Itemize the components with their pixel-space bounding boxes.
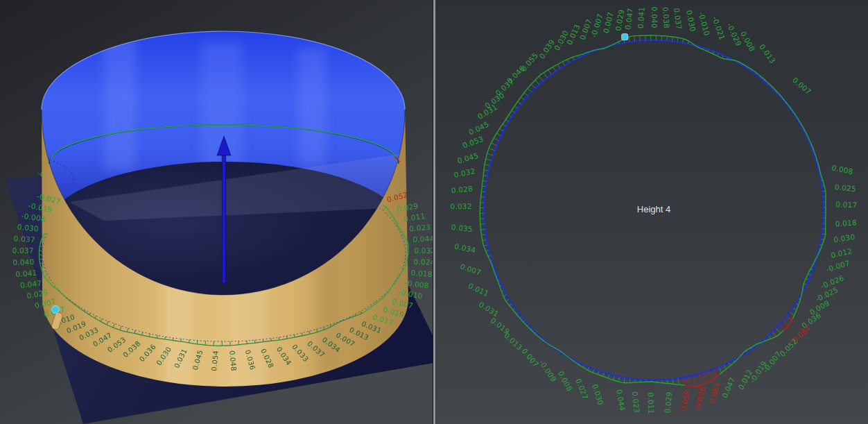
deviation-label: 0.032: [414, 246, 433, 255]
section-label: Height 4: [637, 204, 670, 214]
deviation-label: 0.037: [13, 234, 35, 244]
deviation-label: 0.038: [661, 7, 671, 29]
deviation-label: 0.040: [650, 6, 659, 28]
roundness-plot-panel[interactable]: 0.0470.0410.0400.0380.0370.030-0.010-0.0…: [436, 0, 868, 424]
view-3d-panel[interactable]: 0.0-0.01: [0, 0, 433, 424]
deviation-label: 0.017: [835, 200, 857, 209]
cylinder-3d-scene: 0.0-0.01: [0, 0, 433, 424]
deviation-label: 0.040: [12, 257, 34, 266]
deviation-label: 0.029: [663, 391, 673, 414]
deviation-label: 0.032: [450, 202, 471, 211]
deviation-label: 0.018: [410, 269, 433, 278]
deviation-label: 0.011: [647, 392, 656, 414]
deviation-label: 0.024: [413, 257, 433, 266]
deviation-label: 0.041: [15, 269, 37, 278]
deviation-label: 0.041: [636, 7, 646, 29]
deviation-label: 0.037: [12, 246, 34, 255]
deviation-label: 0.044: [413, 234, 433, 244]
deviation-label: 0.018: [835, 218, 857, 228]
marker-dot-icon: [52, 306, 60, 314]
app-window: 0.0-0.01: [0, 0, 868, 424]
start-point-marker-2d[interactable]: [622, 34, 628, 40]
